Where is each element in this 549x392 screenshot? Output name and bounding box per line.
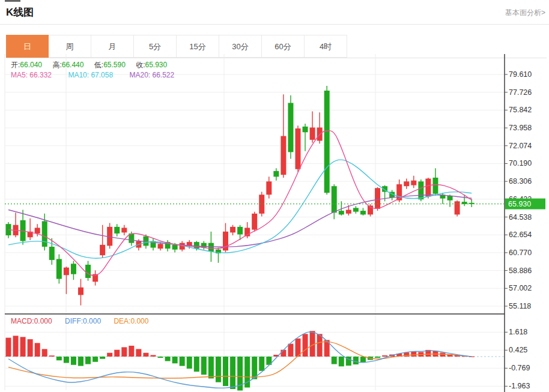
low-value: 65.590 xyxy=(103,61,126,69)
macd-bar xyxy=(382,355,387,357)
macd-bar xyxy=(28,339,33,357)
macd-bar xyxy=(332,357,337,364)
open-value: 66.040 xyxy=(20,61,42,69)
current-price-badge-text: 65.930 xyxy=(508,200,531,208)
price-axis-label: 75.842 xyxy=(509,106,532,114)
price-axis-label: 68.306 xyxy=(509,177,532,185)
macd-bar xyxy=(151,355,156,357)
macd-legend: MACD:0.000 DIFF:0.000 DEA:0.000 xyxy=(11,317,148,325)
open-label: 开: xyxy=(11,61,20,69)
ma10-value: MA10: 67.058 xyxy=(68,71,113,79)
macd-bar xyxy=(208,357,214,378)
macd-bar xyxy=(71,357,76,365)
ma5-line xyxy=(8,131,472,276)
price-axis-label: 58.886 xyxy=(509,267,532,275)
macd-bar xyxy=(303,334,308,357)
candle-body xyxy=(346,210,351,214)
candle-body xyxy=(71,264,76,274)
candle-body xyxy=(42,221,47,247)
candle-body xyxy=(121,228,127,232)
kline-page: { "header": { "title": "K线图", "link": "基… xyxy=(0,0,549,392)
ma5-value: MA5: 66.332 xyxy=(11,71,52,79)
macd-bar xyxy=(223,357,228,386)
candle-body xyxy=(375,188,380,209)
price-axis-label: 73.958 xyxy=(509,124,532,132)
candle-body xyxy=(296,128,301,169)
macd-bar xyxy=(100,357,105,359)
candle-body xyxy=(432,178,438,194)
close-label: 收: xyxy=(136,61,145,69)
candle-body xyxy=(324,91,330,193)
candle-body xyxy=(172,245,178,250)
candle-body xyxy=(35,228,40,233)
price-axis-label: 64.538 xyxy=(509,213,532,222)
macd-bar xyxy=(56,357,62,360)
candle-body xyxy=(455,201,460,214)
candle-body xyxy=(252,214,257,230)
macd-bar xyxy=(259,357,264,371)
candle-body xyxy=(64,268,69,276)
candle-body xyxy=(360,211,366,214)
candle-body xyxy=(425,179,431,197)
candle-body xyxy=(85,265,91,278)
ohlc-legend: 开:66.040 高:66.440 低:65.590 收:65.930 xyxy=(11,60,175,70)
candle-body xyxy=(158,244,163,249)
price-axis-label: 60.770 xyxy=(509,249,532,257)
candle-body xyxy=(194,242,199,249)
macd-bar xyxy=(339,357,344,366)
macd-bar xyxy=(64,357,69,363)
candle-body xyxy=(281,136,286,175)
candle-body xyxy=(49,247,55,260)
candle-body xyxy=(339,211,344,214)
macd-axis-label: -1.963 xyxy=(509,382,530,390)
candle-body xyxy=(273,171,279,176)
candle-body xyxy=(114,227,120,234)
price-axis-label: 79.610 xyxy=(509,70,532,79)
macd-bar xyxy=(288,344,293,357)
ma10-line xyxy=(8,160,472,258)
candle-body xyxy=(418,181,423,199)
macd-axis-label: -0.769 xyxy=(509,364,530,372)
macd-bar xyxy=(49,355,55,357)
candle-body xyxy=(332,186,337,213)
macd-bar xyxy=(13,336,19,357)
macd-bar xyxy=(230,357,235,389)
macd-bar xyxy=(136,349,141,357)
price-axis-label: 70.190 xyxy=(509,159,532,167)
candle-body xyxy=(230,227,235,232)
macd-bar xyxy=(121,347,127,357)
macd-bar xyxy=(216,357,221,382)
candle-body xyxy=(303,127,308,132)
candle-body xyxy=(201,243,207,248)
price-axis-label: 77.726 xyxy=(509,88,532,97)
candle-body xyxy=(288,103,293,152)
macd-bar xyxy=(411,352,416,357)
macd-bar xyxy=(187,357,192,369)
price-axis-label: 55.118 xyxy=(509,302,531,310)
price-axis-label: 62.654 xyxy=(509,231,532,239)
macd-bar xyxy=(194,357,199,372)
macd-bar xyxy=(107,353,112,357)
macd-bar xyxy=(78,357,83,366)
macd-bar xyxy=(172,357,178,363)
macd-axis-label: 0.425 xyxy=(509,346,527,354)
candle-body xyxy=(56,259,62,279)
macd-bar xyxy=(93,357,98,362)
macd-bar xyxy=(317,334,323,357)
dea-value: DEA:0.000 xyxy=(114,317,148,325)
macd-bar xyxy=(165,357,171,361)
kline-chart[interactable]: 79.61077.72675.84273.95872.07470.19068.3… xyxy=(0,0,549,392)
close-value: 65.930 xyxy=(145,61,168,69)
candle-body xyxy=(353,208,359,211)
macd-bar xyxy=(42,349,47,357)
macd-bar xyxy=(180,357,185,366)
candle-body xyxy=(266,181,271,194)
candle-body xyxy=(237,227,243,235)
candle-body xyxy=(310,127,315,139)
macd-bar xyxy=(129,346,134,357)
macd-bar xyxy=(35,343,40,357)
low-label: 低: xyxy=(94,61,103,69)
macd-value: MACD:0.000 xyxy=(11,317,52,325)
price-axis-label: 72.074 xyxy=(509,142,532,150)
candle-body xyxy=(143,237,148,246)
